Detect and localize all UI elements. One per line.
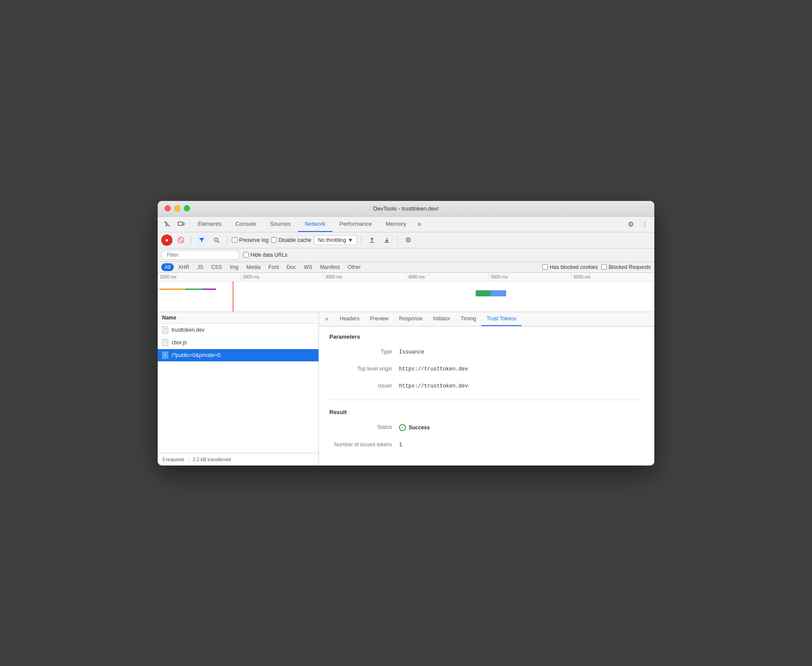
section-divider bbox=[329, 400, 644, 400]
timeline-rulers: 1000 ms 2000 ms 3000 ms 4000 ms 5000 ms … bbox=[158, 273, 654, 282]
upload-icon[interactable] bbox=[366, 234, 378, 246]
toolbar-divider-1 bbox=[191, 236, 191, 245]
toolbar-divider-4 bbox=[397, 236, 398, 245]
request-bar-green bbox=[476, 290, 491, 296]
settings-icon[interactable]: ⚙ bbox=[625, 218, 637, 230]
tab-network[interactable]: Network bbox=[298, 217, 333, 232]
top-level-origin-row: Top level origin https://trusttoken.dev bbox=[329, 366, 644, 372]
filter-bar: Hide data URLs bbox=[158, 248, 654, 262]
requests-count: 3 requests bbox=[162, 457, 184, 462]
record-button[interactable]: ● bbox=[161, 234, 173, 246]
main-tabs: Elements Console Sources Network Perform… bbox=[191, 217, 625, 232]
tab-memory[interactable]: Memory bbox=[379, 217, 413, 232]
svg-line-3 bbox=[217, 241, 219, 243]
has-blocked-cookies-label[interactable]: Has blocked cookies bbox=[542, 264, 598, 270]
disable-cache-checkbox[interactable] bbox=[271, 237, 277, 243]
detail-tab-response[interactable]: Response bbox=[394, 312, 428, 326]
detail-tab-preview[interactable]: Preview bbox=[365, 312, 394, 326]
filter-input[interactable] bbox=[161, 250, 240, 260]
type-filter-media[interactable]: Media bbox=[243, 263, 264, 271]
stop-button[interactable]: 🚫 bbox=[175, 234, 186, 246]
devtools-window: DevTools - trusttoken.dev/ Elements bbox=[158, 201, 654, 466]
inspect-icon[interactable] bbox=[161, 218, 173, 230]
request-item-query[interactable]: i?public=0&private=0 bbox=[158, 349, 318, 362]
hide-data-urls-checkbox[interactable] bbox=[243, 252, 249, 258]
dom-content-loaded-line bbox=[233, 282, 233, 312]
tab-performance[interactable]: Performance bbox=[332, 217, 379, 232]
detail-tab-timing[interactable]: Timing bbox=[455, 312, 481, 326]
type-label: Type bbox=[329, 349, 399, 355]
request-item-cbor[interactable]: cbor.js bbox=[158, 336, 318, 349]
type-filters-right: Has blocked cookies Blocked Requests bbox=[542, 264, 651, 270]
hide-data-urls-label[interactable]: Hide data URLs bbox=[243, 252, 288, 258]
preserve-log-label[interactable]: Preserve log bbox=[232, 237, 268, 243]
more-tabs-icon[interactable]: » bbox=[413, 218, 426, 230]
tab-sources[interactable]: Sources bbox=[263, 217, 298, 232]
svg-rect-0 bbox=[178, 222, 183, 225]
type-filter-all[interactable]: All bbox=[161, 263, 174, 271]
tab-console[interactable]: Console bbox=[228, 217, 263, 232]
tab-elements[interactable]: Elements bbox=[191, 217, 228, 232]
minimize-button[interactable] bbox=[174, 205, 180, 211]
requests-empty-space bbox=[158, 362, 318, 453]
title-bar: DevTools - trusttoken.dev/ bbox=[158, 201, 654, 217]
tab-bar-right-icons: ⚙ ⋮ bbox=[625, 218, 651, 230]
requests-panel: Name trusttoken.dev cb bbox=[158, 312, 319, 466]
success-check-icon: ✓ bbox=[399, 424, 406, 431]
close-detail-button[interactable]: × bbox=[322, 315, 331, 323]
detail-tab-initiator[interactable]: Initiator bbox=[428, 312, 455, 326]
timeline-bars bbox=[158, 282, 654, 312]
detail-tab-trust-tokens[interactable]: Trust Tokens bbox=[481, 312, 521, 326]
top-level-origin-value: https://trusttoken.dev bbox=[399, 366, 468, 372]
status-text: Success bbox=[409, 425, 430, 431]
more-options-icon[interactable]: ⋮ bbox=[639, 218, 651, 230]
main-content: Name trusttoken.dev cb bbox=[158, 312, 654, 466]
device-toggle-icon[interactable] bbox=[175, 218, 187, 230]
maximize-button[interactable] bbox=[184, 205, 190, 211]
blocked-requests-checkbox[interactable] bbox=[601, 264, 607, 270]
detail-tab-headers[interactable]: Headers bbox=[335, 312, 365, 326]
type-row: Type Issuance bbox=[329, 349, 644, 355]
type-filter-img[interactable]: Img bbox=[226, 263, 242, 271]
request-item-trusttoken[interactable]: trusttoken.dev bbox=[158, 324, 318, 336]
preserve-log-checkbox[interactable] bbox=[232, 237, 237, 243]
type-filter-css[interactable]: CSS bbox=[208, 263, 226, 271]
search-icon[interactable] bbox=[210, 234, 223, 246]
type-filter-js[interactable]: JS bbox=[194, 263, 207, 271]
network-toolbar: ● 🚫 Preserve log Disable cache No thrott… bbox=[158, 232, 654, 248]
data-transferred: 2.2 kB transferred bbox=[193, 457, 230, 462]
status-row: Status ✓ Success bbox=[329, 424, 644, 431]
file-icon-query bbox=[162, 352, 168, 359]
blocked-requests-label[interactable]: Blocked Requests bbox=[601, 264, 651, 270]
chevron-down-icon: ▼ bbox=[348, 237, 353, 243]
ruler-mark-5000: 5000 ms bbox=[489, 273, 572, 281]
type-filter-ws[interactable]: WS bbox=[300, 263, 315, 271]
filter-icon[interactable] bbox=[196, 234, 208, 246]
file-icon-trusttoken bbox=[162, 326, 168, 333]
throttle-select[interactable]: No throttling ▼ bbox=[314, 235, 357, 245]
type-filter-manifest[interactable]: Manifest bbox=[317, 263, 343, 271]
detail-tabs: × Headers Preview Response Initiator Tim… bbox=[319, 312, 654, 326]
close-button[interactable] bbox=[165, 205, 171, 211]
detail-panel: × Headers Preview Response Initiator Tim… bbox=[319, 312, 654, 466]
ruler-mark-6000: 6000 ms bbox=[572, 273, 654, 281]
footer-divider: | bbox=[188, 457, 189, 462]
request-name-cbor: cbor.js bbox=[172, 340, 187, 346]
type-filter-xhr[interactable]: XHR bbox=[175, 263, 193, 271]
type-filter-other[interactable]: Other bbox=[344, 263, 364, 271]
network-settings-icon[interactable]: ⚙ bbox=[402, 234, 414, 246]
issued-tokens-label: Number of issued tokens bbox=[329, 442, 399, 448]
type-filter-doc[interactable]: Doc bbox=[283, 263, 299, 271]
ruler-mark-2000: 2000 ms bbox=[240, 273, 323, 281]
toolbar-divider-2 bbox=[227, 236, 227, 245]
issuer-label: Issuer bbox=[329, 383, 399, 389]
type-filters-bar: All XHR JS CSS Img Media Font Doc WS Man… bbox=[158, 262, 654, 273]
has-blocked-cookies-checkbox[interactable] bbox=[542, 264, 548, 270]
status-label: Status bbox=[329, 424, 399, 430]
svg-rect-1 bbox=[183, 223, 184, 225]
disable-cache-label[interactable]: Disable cache bbox=[271, 237, 311, 243]
download-icon[interactable] bbox=[381, 234, 393, 246]
tab-bar-icons bbox=[161, 218, 187, 230]
top-level-origin-label: Top level origin bbox=[329, 366, 399, 372]
type-filter-font[interactable]: Font bbox=[265, 263, 282, 271]
